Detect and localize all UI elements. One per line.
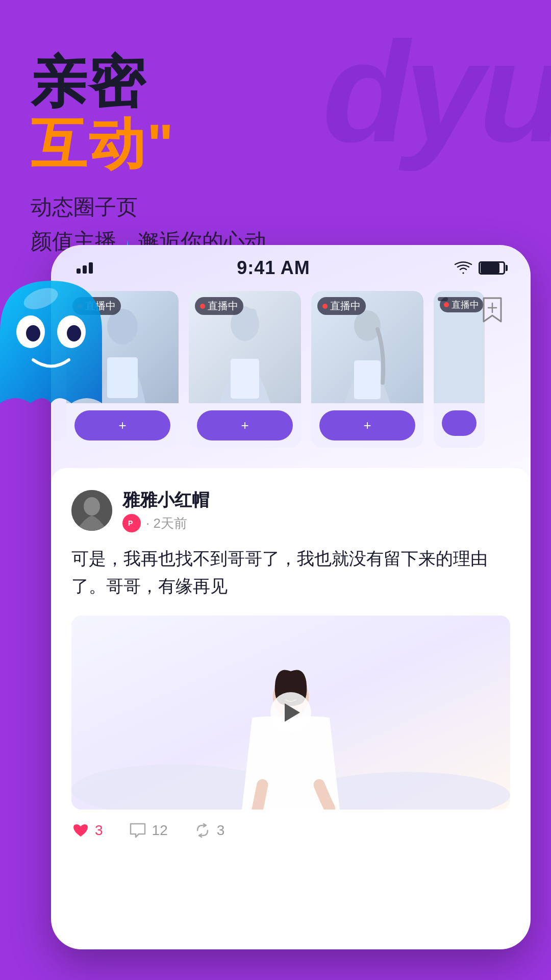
post-avatar (71, 490, 112, 531)
live-dot-4 (444, 302, 449, 307)
post-time: · 2天前 (146, 514, 187, 532)
post-user-info: 雅雅小红帽 P · 2天前 (122, 488, 510, 532)
svg-point-17 (84, 497, 100, 516)
post-meta: P · 2天前 (122, 514, 510, 532)
avatar-image (71, 490, 112, 531)
hero-title-line2: 互动 (31, 113, 176, 175)
status-time: 9:41 AM (237, 257, 310, 279)
live-dot-3 (322, 304, 328, 309)
battery-fill (481, 263, 499, 273)
post-actions: 3 12 3 (71, 810, 510, 839)
streamer-card-4-partial[interactable]: 直播中 (434, 291, 485, 448)
post-section: 雅雅小红帽 P · 2天前 可是，我再也找不到哥哥了，我也就没有留下来的理由了。… (51, 468, 531, 854)
like-action[interactable]: 3 (71, 822, 103, 839)
repost-icon (193, 822, 212, 839)
wifi-icon (454, 261, 472, 275)
svg-text:P: P (128, 519, 133, 527)
post-content: 可是，我再也找不到哥哥了，我也就没有留下来的理由了。哥哥，有缘再见 (71, 545, 510, 600)
ghost-mascot (0, 250, 133, 424)
post-image-bg (71, 616, 510, 810)
streamer-thumbnail-4-partial: 直播中 (434, 291, 485, 403)
hero-subtitle1: 动态圈子页 (31, 190, 520, 224)
repost-count: 3 (217, 822, 225, 839)
hero-title-line1: 亲密 (31, 51, 520, 113)
svg-rect-11 (231, 359, 259, 399)
streamer-card-2[interactable]: 直播中 + (189, 291, 301, 448)
play-button[interactable] (270, 692, 311, 733)
heart-icon (71, 822, 90, 839)
live-badge-3: 直播中 (317, 297, 366, 315)
live-badge-4: 直播中 (440, 297, 483, 312)
svg-point-13 (354, 310, 381, 341)
streamers-row: 直播中 + (66, 291, 515, 448)
streamer-thumbnail-3: 直播中 (311, 291, 423, 403)
comment-count: 12 (152, 822, 168, 839)
follow-button-3[interactable]: + (319, 410, 415, 440)
status-right-icons (454, 261, 505, 275)
post-header: 雅雅小红帽 P · 2天前 (71, 488, 510, 532)
bookmark-button[interactable] (480, 296, 505, 326)
play-triangle-icon (285, 703, 300, 722)
follow-button-4-partial[interactable] (442, 410, 477, 436)
svg-point-1 (26, 325, 40, 341)
live-badge-2: 直播中 (195, 297, 243, 315)
repost-action[interactable]: 3 (193, 822, 225, 839)
battery-icon (479, 261, 505, 275)
svg-point-3 (67, 325, 81, 341)
post-username: 雅雅小红帽 (122, 488, 510, 512)
vip-badge: P (122, 514, 141, 532)
svg-rect-14 (354, 360, 381, 399)
follow-button-2[interactable]: + (197, 410, 293, 440)
comment-action[interactable]: 12 (129, 822, 168, 839)
comment-icon (129, 822, 147, 839)
streamer-thumbnail-2: 直播中 (189, 291, 301, 403)
streamer-card-3[interactable]: 直播中 + (311, 291, 423, 448)
post-image[interactable] (71, 616, 510, 810)
live-dot-2 (200, 304, 205, 309)
like-count: 3 (95, 822, 103, 839)
hero-section: 亲密 互动 动态圈子页 颜值主播、邂逅你的心动 (0, 0, 551, 258)
